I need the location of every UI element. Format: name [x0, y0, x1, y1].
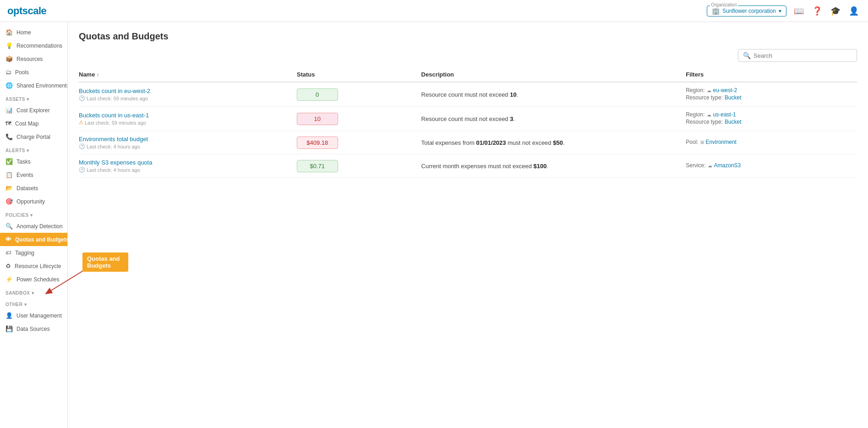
sidebar-item-quotas-budgets[interactable]: 👁 Quotas and Budgets: [0, 233, 67, 246]
sidebar-item-tasks-label: Tasks: [16, 159, 31, 165]
row2-name[interactable]: Buckets count in us-east-1: [79, 112, 291, 119]
sidebar-item-power-schedules[interactable]: ⚡ Power Schedules: [0, 273, 67, 286]
alerts-section-label: ALERTS ▾: [5, 148, 29, 153]
header-icons: 📖 ❓ 🎓 👤: [792, 4, 861, 18]
col-header-filters: Filters: [686, 67, 857, 82]
org-selector[interactable]: Organization 🏢 Sunflower corporation ▾: [707, 5, 786, 16]
sandbox-section-label: SANDBOX ▾: [5, 291, 34, 296]
row1-name-cell: Buckets count in eu-west-2 🕐 Last check:…: [79, 82, 297, 107]
row3-status-badge: $409.18: [297, 137, 338, 149]
book-icon-button[interactable]: 📖: [792, 4, 806, 18]
table-row: Monthly S3 expenses quota 🕐 Last check: …: [79, 154, 857, 178]
sidebar-item-user-management-label: User Management: [16, 313, 62, 319]
sidebar-item-shared-environments[interactable]: 🌐 Shared Environments: [0, 79, 67, 92]
events-icon: 📋: [5, 171, 13, 178]
sidebar-item-charge-portal[interactable]: 📞 Charge Portal: [0, 130, 67, 143]
row1-name[interactable]: Buckets count in eu-west-2: [79, 88, 291, 94]
tagging-icon: 🏷: [5, 249, 11, 256]
sidebar-section-other[interactable]: OTHER ▾: [0, 297, 67, 309]
search-icon: 🔍: [743, 52, 751, 59]
row4-name[interactable]: Monthly S3 expenses quota: [79, 159, 291, 166]
help-icon-button[interactable]: ❓: [810, 4, 824, 18]
org-icon: 🏢: [712, 7, 720, 15]
pools-icon: 🗂: [5, 69, 11, 76]
sidebar-item-opportunity-label: Opportunity: [16, 198, 45, 205]
row2-filter-type: Resource type: Bucket: [686, 119, 852, 125]
sidebar-item-cost-map[interactable]: 🗺 Cost Map: [0, 117, 67, 130]
logo: optscale: [7, 5, 46, 17]
warning-icon: ⚠: [79, 120, 83, 126]
sidebar-item-home[interactable]: 🏠 Home: [0, 26, 67, 39]
col-header-name: Name ↑: [79, 67, 297, 82]
row2-status-cell: 10: [297, 107, 421, 131]
sidebar-item-data-sources[interactable]: 💾 Data Sources: [0, 322, 67, 335]
power-schedules-icon: ⚡: [5, 276, 13, 283]
cost-explorer-icon: 📊: [5, 107, 13, 114]
sidebar-item-cost-explorer[interactable]: 📊 Cost Explorer: [0, 104, 67, 117]
sidebar-item-events-label: Events: [16, 172, 33, 178]
sidebar-section-sandbox[interactable]: SANDBOX ▾: [0, 286, 67, 297]
sidebar-item-anomaly-detection[interactable]: 🔍 Anomaly Detection: [0, 219, 67, 233]
sidebar-section-assets[interactable]: ASSETS ▾: [0, 92, 67, 104]
clock-icon: 🕐: [79, 95, 85, 101]
learn-icon-button[interactable]: 🎓: [829, 4, 842, 18]
sort-icon[interactable]: ↑: [97, 72, 99, 77]
row3-status-cell: $409.18: [297, 131, 421, 154]
row3-filter-pool: Pool: ⊞ Environment: [686, 139, 852, 145]
sidebar-section-alerts[interactable]: ALERTS ▾: [0, 143, 67, 155]
header-right: Organization 🏢 Sunflower corporation ▾ 📖…: [707, 4, 861, 18]
sidebar-item-anomaly-detection-label: Anomaly Detection: [16, 223, 63, 230]
row4-name-cell: Monthly S3 expenses quota 🕐 Last check: …: [79, 154, 297, 178]
row4-status-cell: $0.71: [297, 154, 421, 178]
row4-filters: Service: ☁ AmazonS3: [686, 154, 857, 178]
sidebar-item-cost-map-label: Cost Map: [15, 121, 38, 127]
row2-check: ⚠ Last check: 59 minutes ago: [79, 120, 291, 126]
sidebar-item-cost-explorer-label: Cost Explorer: [16, 107, 50, 114]
sidebar-item-tagging-label: Tagging: [15, 250, 34, 256]
user-icon-button[interactable]: 👤: [847, 4, 861, 18]
aws-icon: ☁: [708, 163, 712, 168]
row1-filter-region: Region: ☁ eu-west-2: [686, 87, 852, 93]
data-sources-icon: 💾: [5, 325, 13, 332]
sidebar-item-opportunity[interactable]: 🎯 Opportunity: [0, 195, 67, 208]
row3-filters: Pool: ⊞ Environment: [686, 131, 857, 154]
sidebar-item-resource-lifecycle[interactable]: ♻ Resource Lifecycle: [0, 259, 67, 273]
row2-filter-region: Region: ☁ us-east-1: [686, 111, 852, 118]
sidebar-item-tagging[interactable]: 🏷 Tagging: [0, 246, 67, 259]
search-bar: 🔍: [738, 49, 857, 62]
row4-description: Current month expenses must not exceed $…: [421, 154, 686, 178]
aws-icon: ☁: [707, 88, 711, 93]
chevron-down-icon: ▾: [779, 8, 781, 14]
col-header-description: Description: [421, 67, 686, 82]
cost-map-icon: 🗺: [5, 120, 11, 127]
sidebar-item-tasks[interactable]: ✅ Tasks: [0, 155, 67, 168]
layout: 🏠 Home 💡 Recommendations 📦 Resources 🗂 P…: [0, 22, 868, 428]
quota-table: Name ↑ Status Description Filters Bucket…: [79, 67, 857, 178]
row1-description: Resource count must not exceed 10.: [421, 82, 686, 107]
clock-icon: 🕐: [79, 167, 85, 173]
sidebar-section-policies[interactable]: POLICIES ▾: [0, 208, 67, 219]
sidebar-item-pools-label: Pools: [15, 69, 29, 76]
row3-name[interactable]: Environments total budget: [79, 136, 291, 143]
search-input[interactable]: [753, 52, 852, 59]
row4-status-badge: $0.71: [297, 160, 338, 172]
sidebar-item-recommendations[interactable]: 💡 Recommendations: [0, 39, 67, 52]
header: optscale Organization 🏢 Sunflower corpor…: [0, 0, 868, 22]
sidebar-item-pools[interactable]: 🗂 Pools: [0, 66, 67, 79]
sidebar-item-datasets-label: Datasets: [16, 185, 38, 192]
opportunity-icon: 🎯: [5, 198, 13, 205]
org-label: Organization: [710, 2, 738, 7]
charge-portal-icon: 📞: [5, 133, 13, 140]
sidebar-item-resources[interactable]: 📦 Resources: [0, 52, 67, 66]
sidebar-item-user-management[interactable]: 👤 User Management: [0, 309, 67, 322]
tasks-icon: ✅: [5, 158, 13, 165]
row2-description: Resource count must not exceed 3.: [421, 107, 686, 131]
row4-check: 🕐 Last check: 4 hours ago: [79, 167, 291, 173]
sidebar-item-datasets[interactable]: 📂 Datasets: [0, 181, 67, 195]
policies-section-label: POLICIES ▾: [5, 213, 33, 218]
sidebar-item-events[interactable]: 📋 Events: [0, 168, 67, 181]
aws-icon: ☁: [707, 112, 711, 117]
row1-status-cell: 0: [297, 82, 421, 107]
row4-filter-service: Service: ☁ AmazonS3: [686, 162, 852, 169]
logo-text: optscale: [7, 5, 46, 17]
